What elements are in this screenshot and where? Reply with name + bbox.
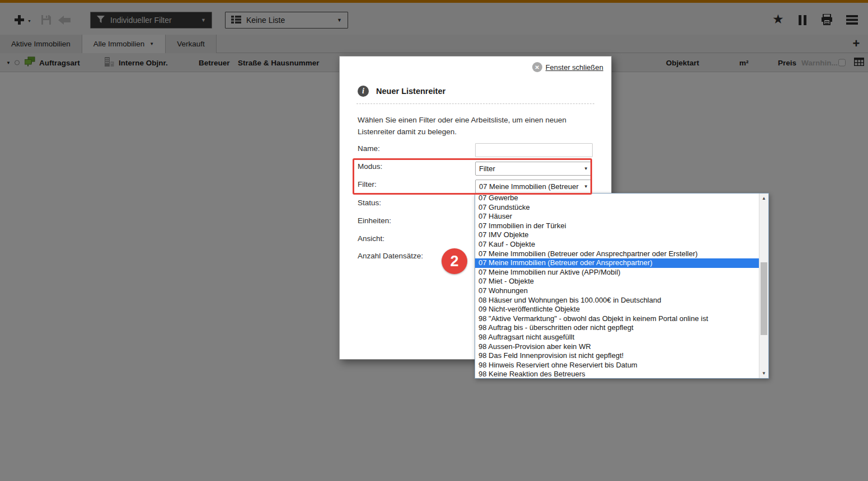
name-input[interactable] xyxy=(475,143,593,157)
filter-option[interactable]: 07 Häuser xyxy=(475,212,759,221)
filter-option[interactable]: 98 Auftrag bis - überschritten oder nich… xyxy=(475,323,759,333)
filter-option[interactable]: 98 Hinweis Reserviert ohne Reserviert bi… xyxy=(475,361,759,370)
filter-option-selected[interactable]: 07 Meine Immobilien (Betreuer oder Anspr… xyxy=(475,258,759,268)
filter-option[interactable]: 07 Grundstücke xyxy=(475,203,759,213)
app-window: ▼ Individueller Filter ▼ xyxy=(0,0,868,481)
filter-option[interactable]: 98 "Aktive Vermarktung" - obwohl das Obj… xyxy=(475,314,759,324)
filter-option[interactable]: 07 Gewerbe xyxy=(475,194,759,203)
dialog-description: Wählen Sie einen Filter oder eine Arbeit… xyxy=(358,114,579,138)
filter-option[interactable]: 98 Aussen-Provision aber kein WR xyxy=(475,342,759,352)
filter-option[interactable]: 07 Immobilien in der Türkei xyxy=(475,221,759,231)
ansicht-label: Ansicht: xyxy=(358,234,384,243)
filter-option[interactable]: 08 Häuser und Wohnungen bis 100.000€ in … xyxy=(475,296,759,305)
filter-option[interactable]: 07 Meine Immobilien (Betreuer oder Anspr… xyxy=(475,249,759,259)
divider xyxy=(356,103,594,104)
anzahl-datensaetze-label: Anzahl Datensätze: xyxy=(358,252,423,260)
status-label: Status: xyxy=(358,199,381,207)
annotation-step-badge: 2 xyxy=(442,248,467,274)
filter-option[interactable]: 98 Keine Reaktion des Betreuers xyxy=(475,370,759,378)
filter-option[interactable]: 07 Kauf - Objekte xyxy=(475,240,759,249)
dialog-title-row: i Neuer Listenreiter xyxy=(358,86,445,97)
list-scrollbar[interactable]: ▲ ▼ xyxy=(759,194,768,378)
close-icon: ✕ xyxy=(532,62,542,72)
scroll-thumb[interactable] xyxy=(761,262,767,335)
filter-option[interactable]: 07 Miet - Objekte xyxy=(475,277,759,286)
filter-option[interactable]: 07 Meine Immobilien nur Aktive (APP/Mobi… xyxy=(475,268,759,277)
close-label: Fenster schließen xyxy=(546,63,603,72)
filter-option[interactable]: 07 IMV Objekte xyxy=(475,230,759,240)
filter-options-list: 07 Gewerbe 07 Grundstücke 07 Häuser 07 I… xyxy=(475,193,769,379)
name-label: Name: xyxy=(358,144,380,153)
filter-option[interactable]: 98 Auftragsart nicht ausgefüllt xyxy=(475,333,759,342)
annotation-highlight-box xyxy=(353,158,592,195)
close-dialog-button[interactable]: ✕ Fenster schließen xyxy=(532,62,603,72)
scroll-up-button[interactable]: ▲ xyxy=(759,194,768,203)
einheiten-label: Einheiten: xyxy=(358,216,391,225)
dialog-title: Neuer Listenreiter xyxy=(376,87,445,96)
filter-option[interactable]: 07 Wohnungen xyxy=(475,286,759,296)
info-icon: i xyxy=(358,86,369,97)
filter-option[interactable]: 98 Das Feld Innenprovision ist nicht gep… xyxy=(475,351,759,361)
filter-option[interactable]: 09 Nicht-veröffentlichte Objekte xyxy=(475,305,759,314)
filter-options: 07 Gewerbe 07 Grundstücke 07 Häuser 07 I… xyxy=(475,194,759,378)
scroll-down-button[interactable]: ▼ xyxy=(759,369,768,378)
